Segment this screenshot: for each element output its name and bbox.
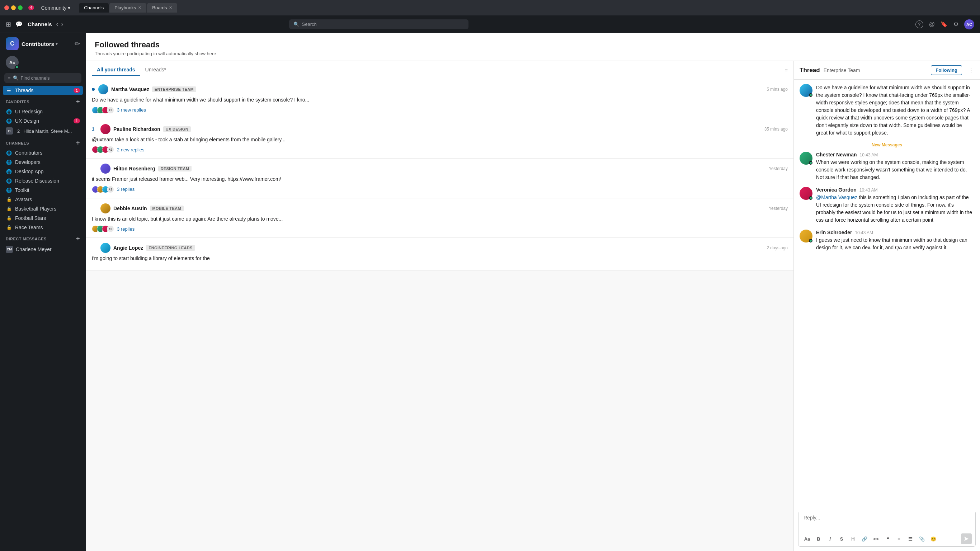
back-icon[interactable]: ‹ [56,21,59,28]
reply-input[interactable] [799,511,975,530]
message-header: Chester Newman 10:43 AM [816,152,974,158]
list-item[interactable]: Hilton Rosenberg DESIGN TEAM Yesterday i… [86,159,794,198]
thread-preview: I'm going to start building a library of… [92,255,788,262]
heading-button[interactable]: H [848,534,858,544]
sort-icon[interactable]: ≡ [785,67,788,73]
thread-preview: Do we have a guideline for what minimum … [92,97,788,104]
add-dm-button[interactable]: + [76,235,80,242]
strikethrough-button[interactable]: S [837,534,846,544]
user-avatar[interactable]: Ac [6,56,19,69]
replies-link[interactable]: 3 replies [117,226,135,232]
minimize-button[interactable] [11,5,16,10]
threads-toolbar: All your threads Unreads* ≡ [86,61,794,79]
blockquote-button[interactable]: ❝ [883,534,892,544]
search-bar[interactable]: 🔍 Search [289,19,468,29]
channel-name: UI Redesign [15,109,43,115]
sidebar-item-toolkit[interactable]: 🌐 Toolkit [3,185,83,195]
add-channel-button[interactable]: + [76,98,80,105]
attachment-button[interactable]: 📎 [917,534,927,544]
user-avatar[interactable]: AC [964,19,974,29]
threads-badge: 1 [73,88,80,93]
emoji-button[interactable]: 😊 [928,534,939,544]
help-icon[interactable]: ? [915,21,923,28]
sidebar-item-ui-redesign[interactable]: 🌐 UI Redesign [3,107,83,116]
message-author: Veronica Gordon [816,187,857,193]
divider-line [906,145,974,145]
sidebar-item-release-discussion[interactable]: 🌐 Release Discussion [3,176,83,185]
send-button[interactable] [961,533,972,544]
sidebar-item-contributors[interactable]: 🌐 Contributors [3,148,83,158]
bookmark-icon[interactable]: 🔖 [940,21,948,28]
close-button[interactable] [4,5,9,10]
sidebar-item-desktop-app[interactable]: 🌐 Desktop App [3,167,83,176]
sidebar-item-developers[interactable]: 🌐 Developers [3,158,83,167]
tab-boards[interactable]: Boards ✕ [147,3,177,13]
message-body: Erin Schroeder 10:43 AM I guess we just … [816,229,974,252]
thread-replies: +2 3 rnew replies [92,107,788,114]
more-options-button[interactable]: ⋮ [968,66,974,74]
forward-icon[interactable]: › [61,21,64,28]
ordered-list-button[interactable]: ☰ [905,534,915,544]
replies-link[interactable]: 3 replies [117,186,135,192]
community-button[interactable]: Community ▾ [38,3,73,12]
nav-buttons: ‹ › [56,21,64,28]
search-icon: 🔍 [293,22,299,27]
workspace-icon: C [6,37,19,50]
sidebar-item-ux-design[interactable]: 🌐 UX Design 1 [3,116,83,126]
channel-badge: UX DESIGN [163,126,191,132]
lock-icon: 🔒 [6,216,12,221]
bold-button[interactable]: B [813,534,824,544]
add-channel-button[interactable]: + [76,139,80,147]
format-text-button[interactable]: Aa [802,534,812,544]
list-item[interactable]: 1 Pauline Richardson UX DESIGN 35 mins a… [86,119,794,159]
thread-detail-header: Thread Enterprise Team Following ⋮ [794,61,980,80]
online-status [15,65,19,69]
lock-icon: 🔒 [6,197,12,202]
replies-link[interactable]: 2 new replies [117,147,145,153]
close-icon[interactable]: ✕ [138,5,142,10]
tab-channels[interactable]: Channels [79,3,109,13]
avatar [100,243,110,253]
sidebar-item-race-teams[interactable]: 🔒 Race Teams [3,223,83,232]
tab-unreads[interactable]: Unreads* [140,64,171,76]
channel-name: UX Design [15,118,39,124]
workspace-name[interactable]: Contributors ▾ [22,41,58,47]
close-icon[interactable]: ✕ [169,5,172,10]
tab-all-threads[interactable]: All your threads [92,64,140,76]
sidebar-item-avatars[interactable]: 🔒 Avatars [3,195,83,204]
sidebar-item-charlene-meyer[interactable]: CM Charlene Meyer [3,244,83,255]
code-button[interactable]: <> [871,534,881,544]
sidebar-item-hilda-martin[interactable]: H 2 Hilda Martin, Steve M... [3,126,83,136]
tab-label: Unreads* [145,67,166,72]
message-author: Erin Schroeder [816,229,852,235]
unordered-list-button[interactable]: ≡ [894,534,904,544]
following-button[interactable]: Following [931,65,962,75]
badge-num: 2 [17,128,20,134]
lock-icon: 🔒 [6,225,12,230]
apps-icon[interactable]: ⊞ [6,21,11,28]
dm-name: Hilda Martin, Steve M... [23,128,72,134]
new-messages-divider: New Messages [800,142,974,147]
thread-label: Thread [800,67,820,74]
thread-author: Angie Lopez [113,245,143,251]
maximize-button[interactable] [18,5,22,10]
find-channels-input[interactable]: ≡ 🔍 Find channels [4,73,81,83]
link-button[interactable]: 🔗 [859,534,870,544]
threads-section: ☰ Threads 1 [0,86,86,95]
sidebar-item-football-stars[interactable]: 🔒 Football Stars [3,213,83,223]
list-item[interactable]: Martha Vasquez ENTERPRISE TEAM 5 mins ag… [86,79,794,119]
replies-link[interactable]: 3 rnew replies [117,107,146,113]
message-text: When we were working on the system conso… [816,159,974,181]
at-icon[interactable]: @ [929,21,935,28]
favorites-label: FAVORITES [6,100,29,104]
list-item[interactable]: Debbie Austin MOBILE TEAM Yesterday I kn… [86,198,794,238]
tab-playbooks[interactable]: Playbooks ✕ [110,3,146,13]
sidebar-item-threads[interactable]: ☰ Threads 1 [3,86,83,95]
divider-line [800,145,868,145]
followed-threads-header: Followed threads Threads you're particip… [86,33,980,61]
compose-button[interactable]: ✏ [75,40,80,48]
list-item[interactable]: Angie Lopez ENGINEERING LEADS 2 days ago… [86,238,794,271]
sidebar-item-basketball-players[interactable]: 🔒 Basketball Players [3,204,83,213]
italic-button[interactable]: I [825,534,835,544]
settings-icon[interactable]: ⚙ [953,21,958,28]
